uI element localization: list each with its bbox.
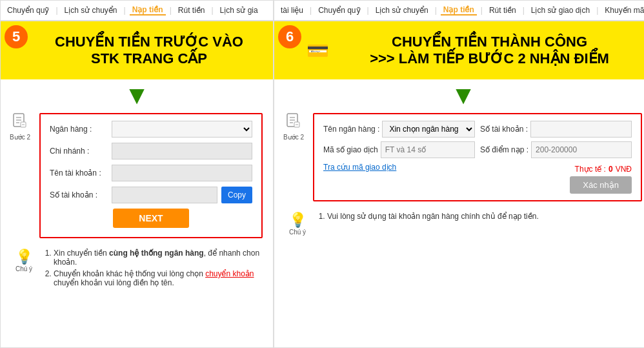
right-banner: 6 💳 CHUYỂN TIỀN THÀNH CÔNG>>> LÀM TIẾP B… [274,21,644,79]
nav-lich-su-gd-right[interactable]: Lịch sử giao dịch [528,6,592,15]
ngan-hang-select[interactable] [112,121,252,138]
right-panel: tài liệu | Chuyển quỹ | Lịch sử chuyển |… [274,0,644,348]
note-item-2-left: Chuyển khoản khác hệ thống vui lòng chọn… [54,269,264,287]
nav-rut-tien-right[interactable]: Rút tiền [487,6,519,15]
left-banner: 5 CHUYỂN TIỀN TRƯỚC VÀOSTK TRANG CẤP [1,21,273,79]
left-nav: Chuyển quỹ | Lịch sử chuyển | Nạp tiền |… [1,1,273,21]
note-item-1-right: Vui lòng sử dụng tài khoản ngân hàng chí… [327,212,539,221]
so-tai-khoan-input-right[interactable] [530,121,632,138]
right-step-side: Bước 2 [279,110,308,141]
ten-tai-khoan-row: Tên tài khoản : [50,165,252,181]
ngan-hang-row: Ngân hàng : [50,121,252,138]
left-form-section: Ngân hàng : Chi nhánh : Tên tài khoản : … [39,113,263,238]
step-label-left: Bước 2 [10,134,30,141]
xac-nhan-button[interactable]: Xác nhận [570,176,632,194]
copy-button[interactable]: Copy [221,187,252,203]
so-tai-khoan-input[interactable] [112,187,217,203]
so-tai-khoan-row: Số tài khoản : Copy [50,187,252,203]
nav-tai-lieu-right[interactable]: tài liệu [278,6,306,15]
chuy-y-label-left: Chú ý [12,265,35,272]
nav-lich-su-gia-left[interactable]: Lịch sử gia [217,6,261,15]
nav-chuyen-quy-right[interactable]: Chuyển quỹ [316,6,363,15]
ma-so-gd-input[interactable] [381,141,475,158]
chi-nhanh-label: Chi nhánh : [50,147,108,156]
step-label-right: Bước 2 [283,134,304,141]
lightbulb-icon-right: 💡 [289,212,307,229]
left-note-section: 💡 Chú ý Xin chuyển tiền cùng hệ thống ng… [1,243,273,295]
so-diem-nap-label: Số điểm nạp : [480,145,528,154]
nav-chuyen-quy-left[interactable]: Chuyển quỹ [5,6,52,15]
thuc-te-label: Thực tế : [575,165,606,174]
so-diem-nap-input[interactable] [531,141,632,158]
step-badge-left: 5 [5,25,28,48]
nav-lich-su-right[interactable]: Lịch sử chuyển [373,6,431,15]
so-tai-khoan-label: Số tài khoản : [50,190,108,200]
right-nav: tài liệu | Chuyển quỹ | Lịch sử chuyển |… [274,1,644,21]
right-form-row: Bước 2 Tên ngân hàng : Xin chọn ngân hàn… [279,110,644,204]
thuc-te-value: 0 [609,165,613,174]
arrow-down-left: ▼ [1,79,273,108]
right-row3: Tra cứu mã giao dịch Thực tế : 0 VNĐ Xác… [323,162,632,194]
thuc-te-unit: VNĐ [616,165,632,174]
chi-nhanh-row: Chi nhánh : [50,143,252,159]
right-row1: Tên ngân hàng : Xin chọn ngân hàng Số tà… [323,121,632,138]
transfer-icon-right: 💳 [307,40,329,61]
nav-lich-su-left[interactable]: Lịch sử chuyển [62,6,120,15]
left-form-row: Bước 2 Ngân hàng : Chi nhánh : Tên tài k… [6,110,268,241]
edit-icon-left [9,110,31,132]
right-note-content: Vui lòng sử dụng tài khoản ngân hàng chí… [316,212,539,223]
step-badge-right: 6 [278,25,301,48]
arrow-down-right: ▼ [274,79,644,108]
banner-title-right: CHUYỂN TIỀN THÀNH CÔNG>>> LÀM TIẾP BƯỚC … [334,34,644,68]
ngan-hang-label: Ngân hàng : [50,125,108,134]
chuy-y-label-right: Chú ý [286,229,309,236]
right-note-section: 💡 Chú ý Vui lòng sử dụng tài khoản ngân … [274,207,644,241]
ten-ngan-hang-label: Tên ngân hàng : [323,125,379,134]
ten-ngan-hang-select[interactable]: Xin chọn ngân hàng [382,121,475,138]
lightbulb-icon: 💡 [15,249,33,265]
so-tai-khoan-label-right: Số tài khoản : [480,125,528,134]
edit-icon-right [283,110,305,132]
tra-cuu-link[interactable]: Tra cứu mã giao dịch [323,163,396,172]
nav-nap-tien-left[interactable]: Nạp tiền [130,5,166,15]
right-row2: Mã số giao dịch Số điểm nạp : [323,141,632,158]
next-button[interactable]: NEXT [113,209,188,228]
left-step-side: Bước 2 [6,110,34,141]
left-panel: Chuyển quỹ | Lịch sử chuyển | Nạp tiền |… [0,0,274,348]
right-form-main: Tên ngân hàng : Xin chọn ngân hàng Số tà… [308,110,644,204]
ten-tai-khoan-input[interactable] [112,165,252,181]
ma-so-gd-label: Mã số giao dịch [323,145,378,154]
left-form-main: Ngân hàng : Chi nhánh : Tên tài khoản : … [34,110,268,241]
left-note-content: Xin chuyển tiền cùng hệ thống ngân hàng,… [42,249,264,290]
thuc-te-row: Thực tế : 0 VNĐ [575,165,632,174]
nav-rut-tien-left[interactable]: Rút tiền [176,6,208,15]
note-item-1-left: Xin chuyển tiền cùng hệ thống ngân hàng,… [54,249,264,267]
banner-title-left: CHUYỂN TIỀN TRƯỚC VÀOSTK TRANG CẤP [33,34,265,68]
nav-nap-tien-right[interactable]: Nạp tiền [441,5,477,15]
right-form-section: Tên ngân hàng : Xin chọn ngân hàng Số tà… [313,113,642,201]
chi-nhanh-input[interactable] [112,143,252,159]
nav-khuyen-mai-right[interactable]: Khuyến mãi [602,6,644,15]
ten-tai-khoan-label: Tên tài khoản : [50,169,108,178]
